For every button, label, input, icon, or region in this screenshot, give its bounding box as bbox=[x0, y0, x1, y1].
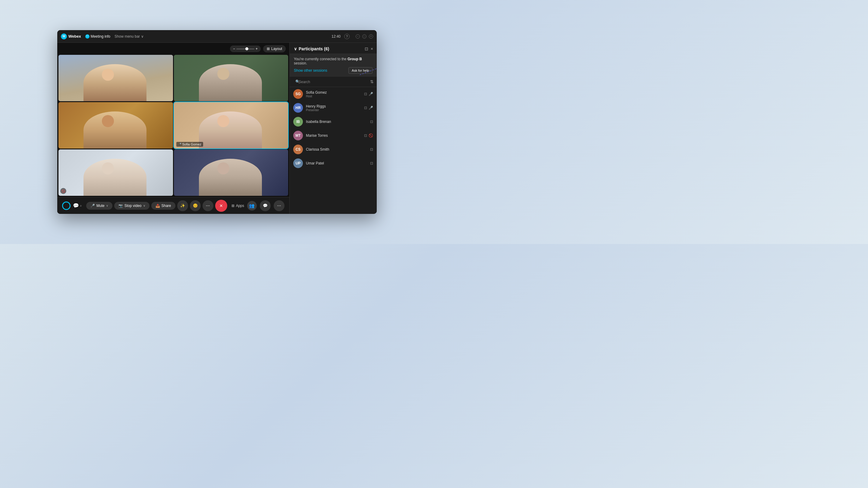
mute-button[interactable]: 🎤 Mute ∨ bbox=[86, 202, 113, 210]
zoom-slider[interactable] bbox=[236, 48, 254, 50]
show-menu-label: Show menu bar bbox=[115, 34, 140, 38]
info-henry: Henry Riggs Presenter bbox=[306, 104, 361, 112]
stop-video-button[interactable]: 📷 Stop video ∨ bbox=[114, 202, 150, 210]
toolbar-center: 🎤 Mute ∨ 📷 Stop video ∨ 📤 Share ✨ 😊 bbox=[86, 200, 227, 212]
more-options-button[interactable]: ··· bbox=[274, 200, 284, 211]
role-henry: Presenter bbox=[306, 108, 361, 112]
grid-layout-icon: ⊞ bbox=[267, 47, 270, 51]
mic-icon: 🎤 bbox=[90, 204, 95, 208]
title-bar-left: W Webex 🛡 Meeting info Show menu bar ∨ bbox=[61, 33, 332, 39]
layout-button[interactable]: ⊞ Layout bbox=[263, 45, 286, 53]
more-button[interactable]: ··· bbox=[203, 200, 213, 211]
avatar-sofia: SG bbox=[293, 89, 303, 99]
video-cell-3 bbox=[59, 102, 173, 149]
name-marise: Marise Torres bbox=[306, 133, 361, 138]
video-icon-sofia: ⊡ bbox=[364, 92, 367, 96]
sort-button[interactable]: ⇅ bbox=[370, 79, 374, 84]
avatar-henry: HR bbox=[293, 103, 303, 113]
muted-icon-marise: 🚫 bbox=[369, 133, 373, 138]
zoom-slider-thumb bbox=[245, 47, 248, 50]
chevron-down-icon: ∨ bbox=[141, 34, 144, 38]
chat-icon: 💬 bbox=[73, 203, 79, 208]
toolbar-left: 💬 ∨ bbox=[62, 201, 82, 210]
help-icon[interactable]: ? bbox=[344, 34, 350, 39]
participant-row-marise[interactable]: MT Marise Torres ⊡ 🚫 bbox=[290, 129, 377, 142]
name-clarissa: Clarissa Smith bbox=[306, 147, 367, 152]
participant-row-umar[interactable]: UP Umar Patel ⊡ bbox=[290, 156, 377, 170]
zoom-control[interactable]: − + bbox=[230, 45, 261, 52]
shield-icon: 🛡 bbox=[85, 34, 90, 38]
video-bg-6 bbox=[174, 150, 288, 196]
info-umar: Umar Patel bbox=[306, 161, 367, 165]
participants-icon-button[interactable]: 👥 bbox=[247, 201, 257, 210]
mic-icon-henry: 🎤 bbox=[369, 106, 373, 110]
session-banner: You're currently connected to the Group … bbox=[290, 54, 377, 76]
mute-chevron-icon: ∨ bbox=[106, 204, 108, 207]
app-window: W Webex 🛡 Meeting info Show menu bar ∨ 1… bbox=[57, 30, 377, 214]
zoom-plus-icon: + bbox=[255, 47, 258, 51]
participants-panel: ∨ Participants (6) ⊡ × You're currently … bbox=[289, 43, 377, 214]
end-call-icon: ✕ bbox=[219, 203, 223, 208]
avatar-isabella: IB bbox=[293, 117, 303, 127]
zoom-minus-icon: − bbox=[233, 47, 235, 51]
show-menu-button[interactable]: Show menu bar ∨ bbox=[115, 34, 144, 38]
effects-button[interactable]: ✨ bbox=[177, 200, 188, 211]
icons-clarissa: ⊡ bbox=[370, 147, 373, 152]
video-bg-4 bbox=[174, 102, 288, 149]
video-cell-sofia: 🎤 Sofia Gomez bbox=[174, 102, 288, 149]
search-input[interactable] bbox=[293, 80, 368, 84]
icons-marise: ⊡ 🚫 bbox=[364, 133, 373, 138]
webex-title: Webex bbox=[68, 34, 81, 38]
icons-sofia: ⊡ 🎤 bbox=[364, 92, 373, 96]
close-button[interactable]: × bbox=[369, 34, 373, 38]
minimize-button[interactable]: − bbox=[355, 34, 360, 38]
active-speaker-label: 🎤 Sofia Gomez bbox=[176, 142, 204, 147]
apps-icon: ⊞ bbox=[231, 204, 235, 208]
panel-actions: ⊡ × bbox=[365, 46, 373, 51]
icons-umar: ⊡ bbox=[370, 161, 373, 165]
mic-on-icon: 🎤 bbox=[178, 143, 181, 146]
video-cell-6 bbox=[174, 150, 288, 196]
chat-button[interactable]: 💬 ∨ bbox=[73, 203, 82, 208]
layout-label: Layout bbox=[271, 47, 282, 51]
video-icon-umar: ⊡ bbox=[370, 161, 373, 165]
video-bg-3 bbox=[59, 102, 173, 149]
avatar-umar: UP bbox=[293, 158, 303, 168]
video-grid: 🎤 Sofia Gomez 🚫 bbox=[57, 55, 289, 197]
name-sofia: Sofia Gomez bbox=[306, 90, 361, 95]
main-content: − + ⊞ Layout bbox=[57, 43, 377, 214]
participant-row-sofia[interactable]: SG Sofia Gomez Host ⊡ 🎤 bbox=[290, 87, 377, 101]
show-other-sessions-link[interactable]: Show other sessions bbox=[294, 68, 327, 73]
share-icon: 📤 bbox=[156, 204, 160, 208]
mic-icon-sofia: 🎤 bbox=[369, 92, 373, 96]
muted-indicator: 🚫 bbox=[60, 188, 66, 194]
participant-row-henry[interactable]: HR Henry Riggs Presenter ⊡ 🎤 bbox=[290, 101, 377, 115]
participant-row-isabella[interactable]: IB Isabella Brenan ⊡ bbox=[290, 115, 377, 129]
share-button[interactable]: 📤 Share bbox=[151, 202, 176, 210]
maximize-button[interactable]: □ bbox=[362, 34, 367, 38]
stop-video-label: Stop video bbox=[124, 204, 142, 208]
expand-panel-icon[interactable]: ⊡ bbox=[365, 46, 368, 51]
video-icon-isabella: ⊡ bbox=[370, 120, 373, 124]
info-clarissa: Clarissa Smith bbox=[306, 147, 367, 152]
chevron-icon: ∨ bbox=[294, 46, 297, 51]
avatar-marise: MT bbox=[293, 131, 303, 140]
participant-row-clarissa[interactable]: CS Clarissa Smith ⊡ bbox=[290, 142, 377, 156]
role-sofia: Host bbox=[306, 95, 361, 98]
ask-help-button[interactable]: Ask for help bbox=[348, 67, 373, 74]
video-icon-clarissa: ⊡ bbox=[370, 147, 373, 152]
video-area: − + ⊞ Layout bbox=[57, 43, 289, 214]
chat-panel-button[interactable]: 💬 bbox=[260, 200, 271, 211]
avatar-clarissa: CS bbox=[293, 144, 303, 154]
session-name: Group B bbox=[347, 57, 362, 61]
mute-label: Mute bbox=[96, 204, 104, 208]
toolbar-right: ⊞ Apps 👥 💬 ··· bbox=[231, 200, 284, 211]
icons-henry: ⊡ 🎤 bbox=[364, 106, 373, 110]
chat-chevron: ∨ bbox=[80, 204, 82, 207]
apps-button[interactable]: ⊞ Apps bbox=[231, 204, 244, 208]
video-icon-marise: ⊡ bbox=[364, 133, 367, 138]
close-panel-icon[interactable]: × bbox=[371, 46, 373, 51]
meeting-info-button[interactable]: 🛡 Meeting info bbox=[84, 33, 112, 39]
end-call-button[interactable]: ✕ bbox=[215, 200, 227, 212]
reactions-button[interactable]: 😊 bbox=[190, 200, 201, 211]
